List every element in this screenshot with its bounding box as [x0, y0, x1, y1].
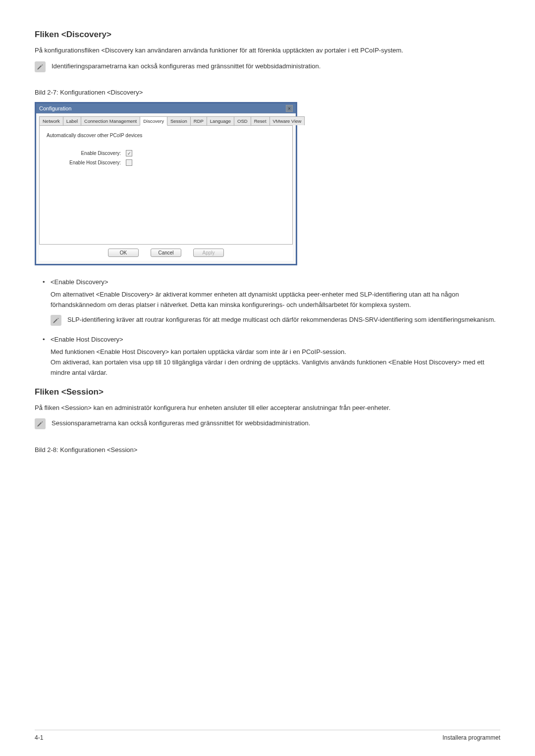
- tab-vmware-view[interactable]: VMware View: [269, 116, 305, 125]
- bullet-list: • <Enable Discovery> Om alternativet <En…: [43, 277, 500, 378]
- dialog-titlebar: Configuration ×: [36, 103, 296, 113]
- pencil-note-icon: [35, 61, 46, 72]
- intro-discovery: På konfigurationsfliken <Discovery kan a…: [35, 46, 500, 55]
- page-footer: 4-1 Installera programmet: [35, 730, 500, 741]
- tab-connection-management[interactable]: Connection Management: [81, 116, 140, 125]
- tab-reset[interactable]: Reset: [251, 116, 270, 125]
- ok-button[interactable]: OK: [108, 249, 139, 257]
- heading-discovery: Fliken <Discovery>: [35, 30, 500, 40]
- bullet-icon: •: [43, 277, 51, 331]
- enable-host-discovery-label: Enable Host Discovery:: [47, 160, 126, 165]
- tab-osd[interactable]: OSD: [234, 116, 251, 125]
- figure-caption-27: Bild 2-7: Konfigurationen <Discovery>: [35, 89, 500, 96]
- config-dialog: Configuration × Network Label Connection…: [35, 102, 297, 265]
- pencil-note-icon: [51, 315, 61, 326]
- tab-label[interactable]: Label: [63, 116, 81, 125]
- cancel-button[interactable]: Cancel: [151, 249, 181, 257]
- tab-language[interactable]: Language: [207, 116, 234, 125]
- page-number: 4-1: [35, 734, 43, 741]
- list-item: • <Enable Host Discovery> Med funktionen…: [43, 335, 500, 378]
- tab-description: Automatically discover other PCoIP devic…: [47, 133, 285, 138]
- apply-button[interactable]: Apply: [193, 249, 224, 257]
- dialog-tab-content: Automatically discover other PCoIP devic…: [39, 126, 293, 245]
- close-icon[interactable]: ×: [286, 105, 293, 112]
- list-item: • <Enable Discovery> Om alternativet <En…: [43, 277, 500, 331]
- note-session: Sessionsparametrarna kan också konfigure…: [35, 418, 500, 431]
- tab-rdp[interactable]: RDP: [190, 116, 207, 125]
- tab-network[interactable]: Network: [39, 116, 63, 125]
- heading-session: Fliken <Session>: [35, 387, 500, 397]
- note-discovery: Identifieringsparametrarna kan också kon…: [35, 61, 500, 74]
- enable-discovery-label: Enable Discovery:: [47, 151, 126, 156]
- bullet-note: SLP-identifiering kräver att routrar kon…: [51, 315, 500, 326]
- enable-host-discovery-checkbox[interactable]: [126, 159, 132, 166]
- tab-discovery[interactable]: Discovery: [140, 116, 167, 126]
- dialog-footer: OK Cancel Apply: [39, 245, 293, 261]
- dialog-tabs: Network Label Connection Management Disc…: [39, 116, 293, 126]
- intro-session: På fliken <Session> kan en administratör…: [35, 403, 500, 413]
- bullet-text: Med funktionen <Enable Host Discovery> k…: [51, 347, 500, 378]
- tab-session[interactable]: Session: [167, 116, 191, 125]
- footer-section-label: Installera programmet: [442, 734, 500, 741]
- pencil-note-icon: [35, 418, 46, 429]
- figure-caption-28: Bild 2-8: Konfigurationen <Session>: [35, 446, 500, 454]
- note-text: Sessionsparametrarna kan också konfigure…: [52, 418, 310, 428]
- bullet-title: <Enable Host Discovery>: [51, 335, 500, 345]
- bullet-title: <Enable Discovery>: [51, 277, 500, 288]
- bullet-icon: •: [43, 335, 51, 378]
- enable-discovery-checkbox[interactable]: [126, 150, 132, 156]
- bullet-text: Om alternativet <Enable Discovery> är ak…: [51, 290, 500, 310]
- dialog-title-text: Configuration: [39, 105, 71, 111]
- bullet-note-text: SLP-identifiering kräver att routrar kon…: [67, 315, 496, 325]
- note-text: Identifieringsparametrarna kan också kon…: [52, 61, 321, 71]
